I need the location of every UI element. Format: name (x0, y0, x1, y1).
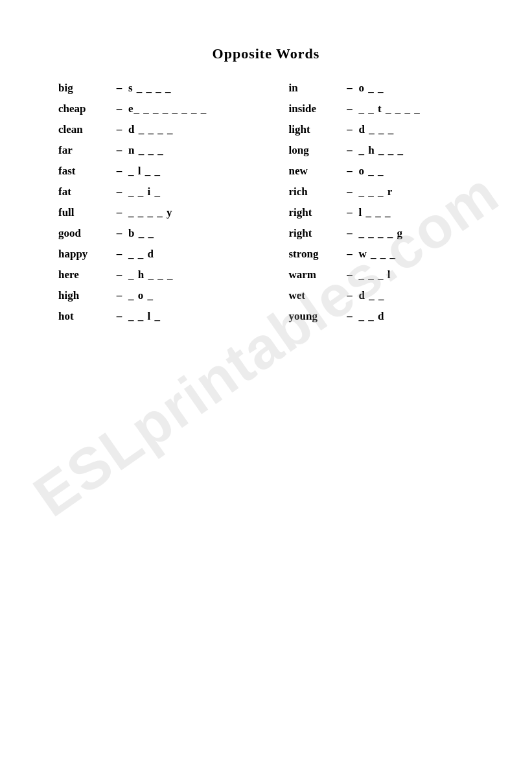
list-item-word: fast (58, 165, 110, 178)
list-item-dash: – (110, 123, 128, 136)
list-item-word: high (58, 289, 110, 302)
list-item-hint: s _ _ _ _ (128, 82, 172, 95)
list-item-dash: – (341, 144, 359, 157)
list-item-hint: _ _ _ l (359, 268, 391, 281)
table-row: good – b _ _ (58, 227, 276, 248)
list-item-word: right (289, 227, 341, 240)
list-item-word: rich (289, 185, 341, 198)
list-item-word: right (289, 206, 341, 219)
list-item-hint: l _ _ _ (359, 206, 391, 219)
list-item-word: cheap (58, 102, 110, 115)
table-row: far – n _ _ _ (58, 144, 276, 165)
right-column: in – o _ _ inside – _ _ t _ _ _ _ light … (289, 82, 507, 331)
table-row: warm – _ _ _ l (289, 268, 507, 289)
list-item-word: good (58, 227, 110, 240)
table-row: in – o _ _ (289, 82, 507, 102)
list-item-dash: – (341, 248, 359, 261)
list-item-dash: – (110, 227, 128, 240)
list-item-hint: e_ _ _ _ _ _ _ _ (128, 102, 207, 115)
list-item-word: far (58, 144, 110, 157)
table-row: rich – _ _ _ r (289, 185, 507, 206)
table-row: long – _ h _ _ _ (289, 144, 507, 165)
list-item-hint: _ _ t _ _ _ _ (359, 102, 421, 115)
list-item-dash: – (110, 310, 128, 323)
list-item-word: big (58, 82, 110, 95)
list-item-dash: – (341, 310, 359, 323)
list-item-dash: – (110, 102, 128, 115)
list-item-hint: o _ _ (359, 82, 384, 95)
list-item-dash: – (341, 227, 359, 240)
table-row: light – d _ _ _ (289, 123, 507, 144)
list-item-hint: _ _ l _ (128, 310, 161, 323)
list-item-dash: – (341, 185, 359, 198)
list-item-dash: – (341, 82, 359, 95)
list-item-dash: – (110, 185, 128, 198)
table-row: young – _ _ d (289, 310, 507, 331)
list-item-dash: – (341, 102, 359, 115)
list-item-word: young (289, 310, 341, 323)
table-row: wet – d _ _ (289, 289, 507, 310)
list-item-hint: d _ _ _ (359, 123, 395, 136)
list-item-word: clean (58, 123, 110, 136)
list-item-dash: – (110, 268, 128, 281)
list-item-dash: – (341, 165, 359, 178)
list-item-word: long (289, 144, 341, 157)
list-item-word: fat (58, 185, 110, 198)
list-item-hint: n _ _ _ (128, 144, 164, 157)
table-row: inside – _ _ t _ _ _ _ (289, 102, 507, 123)
list-item-word: happy (58, 248, 110, 261)
table-row: cheap – e_ _ _ _ _ _ _ _ (58, 102, 276, 123)
table-row: clean – d _ _ _ _ (58, 123, 276, 144)
table-row: happy – _ _ d (58, 248, 276, 268)
list-item-word: strong (289, 248, 341, 261)
table-row: here – _ h _ _ _ (58, 268, 276, 289)
list-item-hint: _ h _ _ _ (359, 144, 404, 157)
list-item-word: full (58, 206, 110, 219)
table-row: big – s _ _ _ _ (58, 82, 276, 102)
table-row: fast – _ l _ _ (58, 165, 276, 185)
table-row: new – o _ _ (289, 165, 507, 185)
list-item-word: new (289, 165, 341, 178)
list-item-dash: – (341, 289, 359, 302)
table-row: full – _ _ _ _ y (58, 206, 276, 227)
list-item-word: here (58, 268, 110, 281)
table-row: fat – _ _ i _ (58, 185, 276, 206)
list-item-hint: d _ _ _ _ (128, 123, 173, 136)
table-row: high – _ o _ (58, 289, 276, 310)
list-item-word: light (289, 123, 341, 136)
table-row: hot – _ _ l _ (58, 310, 276, 331)
list-item-word: wet (289, 289, 341, 302)
list-item-dash: – (110, 248, 128, 261)
table-row: right – _ _ _ _ g (289, 227, 507, 248)
list-item-hint: _ _ d (128, 248, 154, 261)
list-item-hint: o _ _ (359, 165, 384, 178)
list-item-hint: _ h _ _ _ (128, 268, 173, 281)
list-item-dash: – (341, 206, 359, 219)
left-column: big – s _ _ _ _ cheap – e_ _ _ _ _ _ _ _… (58, 82, 276, 331)
table-row: strong – w _ _ _ (289, 248, 507, 268)
list-item-dash: – (110, 206, 128, 219)
page-title: Opposite Words (0, 45, 532, 62)
list-item-hint: _ _ _ r (359, 185, 393, 198)
list-item-word: warm (289, 268, 341, 281)
list-item-word: inside (289, 102, 341, 115)
list-item-dash: – (110, 82, 128, 95)
table-row: right – l _ _ _ (289, 206, 507, 227)
list-item-hint: _ _ d (359, 310, 385, 323)
list-item-hint: _ _ _ _ g (359, 227, 404, 240)
list-item-dash: – (341, 268, 359, 281)
list-item-dash: – (341, 123, 359, 136)
list-item-word: in (289, 82, 341, 95)
list-item-dash: – (110, 289, 128, 302)
list-item-hint: d _ _ (359, 289, 385, 302)
list-item-hint: _ o _ (128, 289, 154, 302)
list-item-hint: _ l _ _ (128, 165, 161, 178)
list-item-word: hot (58, 310, 110, 323)
list-item-hint: _ _ i _ (128, 185, 161, 198)
list-item-hint: w _ _ _ (359, 248, 397, 261)
list-item-hint: _ _ _ _ y (128, 206, 173, 219)
list-item-hint: b _ _ (128, 227, 154, 240)
list-item-dash: – (110, 144, 128, 157)
list-item-dash: – (110, 165, 128, 178)
